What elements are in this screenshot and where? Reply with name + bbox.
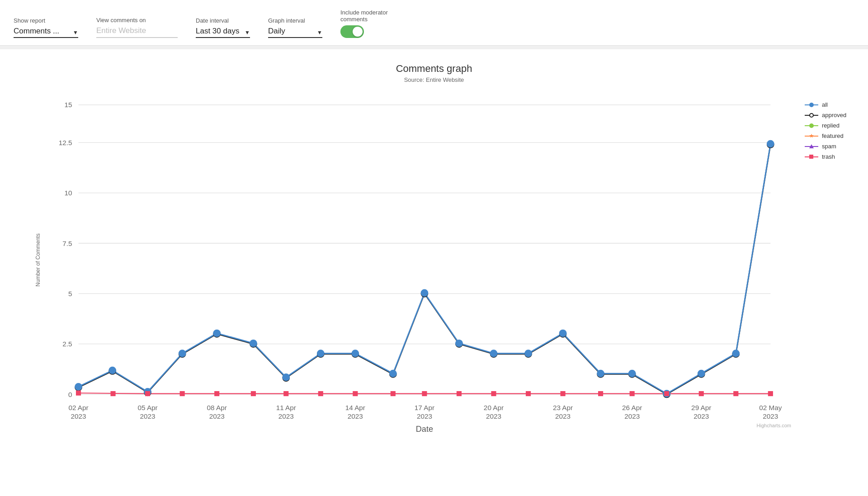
- view-comments-wrap: Entire Website: [96, 26, 178, 38]
- chart-subtitle: Source: Entire Website: [9, 76, 859, 83]
- legend-label-replied: replied: [822, 122, 840, 129]
- all-dot: [733, 350, 739, 357]
- x-label-08apr-year: 2023: [209, 412, 225, 420]
- all-dot: [525, 350, 532, 357]
- all-dot: [390, 370, 396, 377]
- show-report-select-wrap: Comments ... New Comments Spam ▼: [14, 27, 78, 38]
- x-label-23apr: 23 Apr: [553, 404, 573, 411]
- show-report-label: Show report: [14, 17, 78, 24]
- chart-area: Comments graph Source: Entire Website Nu…: [0, 49, 868, 442]
- graph-interval-label: Graph interval: [268, 17, 322, 24]
- y-axis-label: Number of Comments: [35, 234, 41, 287]
- trash-marker: [491, 391, 496, 396]
- all-dot: [598, 370, 604, 377]
- graph-interval-item: Graph interval Daily Weekly Monthly ▼: [268, 17, 322, 38]
- trash-marker: [76, 391, 81, 396]
- chart-title: Comments graph: [9, 63, 859, 75]
- y-tick-2.5: 2.5: [62, 340, 72, 348]
- x-label-11apr: 11 Apr: [276, 404, 296, 411]
- all-dot: [75, 383, 82, 390]
- legend-item-spam[interactable]: spam: [805, 143, 850, 150]
- y-tick-15: 15: [65, 101, 72, 109]
- legend-item-featured[interactable]: featured: [805, 132, 850, 139]
- x-label-29apr: 29 Apr: [691, 404, 711, 411]
- all-dot: [317, 350, 324, 357]
- toggle-track: [340, 25, 364, 38]
- trash-marker: [283, 391, 288, 396]
- show-report-item: Show report Comments ... New Comments Sp…: [14, 17, 78, 38]
- date-interval-select[interactable]: Last 7 days Last 30 days Last 90 days Cu…: [196, 27, 250, 38]
- all-dot: [629, 370, 635, 377]
- all-dot: [421, 290, 428, 296]
- x-label-26apr: 26 Apr: [622, 404, 642, 411]
- all-dot: [352, 350, 359, 357]
- all-dot: [767, 141, 774, 147]
- all-dot: [456, 340, 462, 346]
- x-label-20apr-year: 2023: [486, 412, 501, 420]
- legend-item-replied[interactable]: replied: [805, 122, 850, 129]
- x-label-14apr: 14 Apr: [345, 404, 365, 411]
- chart-svg: 0 2.5 5 7.5 10 12.5 15: [41, 92, 796, 420]
- x-label-02may: 02 May: [759, 404, 782, 411]
- chart-legend: all approved repli: [796, 92, 850, 160]
- trash-marker: [526, 391, 531, 396]
- moderator-toggle-section: Include moderator comments: [340, 9, 388, 38]
- trash-marker: [214, 391, 219, 396]
- graph-interval-select-wrap: Daily Weekly Monthly ▼: [268, 27, 322, 38]
- trash-marker: [391, 391, 396, 396]
- x-label-23apr-year: 2023: [555, 412, 571, 420]
- trash-marker: [457, 391, 462, 396]
- trash-marker: [422, 391, 427, 396]
- x-label-05apr: 05 Apr: [137, 404, 157, 411]
- y-tick-10: 10: [65, 189, 72, 197]
- all-dot: [560, 330, 566, 336]
- x-label-05apr-year: 2023: [140, 412, 156, 420]
- x-label-11apr-year: 2023: [278, 412, 294, 420]
- x-axis-title: Date: [416, 425, 433, 434]
- trash-marker: [110, 391, 115, 396]
- show-report-select[interactable]: Comments ... New Comments Spam: [14, 27, 78, 38]
- trash-marker: [353, 391, 358, 396]
- legend-label-approved: approved: [822, 112, 846, 118]
- y-tick-0: 0: [68, 391, 72, 398]
- date-interval-item: Date interval Last 7 days Last 30 days L…: [196, 17, 250, 38]
- view-comments-label: View comments on: [96, 17, 178, 24]
- x-label-14apr-year: 2023: [348, 412, 363, 420]
- legend-item-trash[interactable]: trash: [805, 153, 850, 160]
- toolbar: Show report Comments ... New Comments Sp…: [0, 0, 868, 46]
- all-dot: [250, 340, 256, 346]
- all-dot: [283, 374, 289, 380]
- trash-marker: [251, 391, 256, 396]
- highcharts-credit: Highcharts.com: [41, 423, 850, 428]
- date-interval-select-wrap: Last 7 days Last 30 days Last 90 days Cu…: [196, 27, 250, 38]
- y-tick-5: 5: [68, 290, 72, 298]
- moderator-label: Include moderator comments: [340, 9, 388, 23]
- trash-marker: [598, 391, 603, 396]
- x-label-17apr-year: 2023: [417, 412, 432, 420]
- all-dot: [214, 330, 220, 336]
- graph-interval-select[interactable]: Daily Weekly Monthly: [268, 27, 322, 38]
- x-label-02apr: 02 Apr: [68, 404, 88, 411]
- legend-item-all[interactable]: all: [805, 101, 850, 108]
- x-label-02may-year: 2023: [763, 412, 778, 420]
- x-label-20apr: 20 Apr: [484, 404, 504, 411]
- y-tick-12.5: 12.5: [59, 139, 72, 146]
- trash-marker: [630, 391, 635, 396]
- moderator-toggle[interactable]: [340, 25, 364, 38]
- view-comments-placeholder[interactable]: Entire Website: [96, 26, 178, 38]
- x-label-26apr-year: 2023: [624, 412, 640, 420]
- trash-marker: [561, 391, 566, 396]
- toggle-thumb: [353, 27, 363, 37]
- x-label-17apr: 17 Apr: [415, 404, 434, 411]
- x-label-29apr-year: 2023: [693, 412, 709, 420]
- trash-marker: [318, 391, 323, 396]
- all-dot: [109, 367, 116, 373]
- chart-inner: 0 2.5 5 7.5 10 12.5 15: [41, 92, 796, 421]
- legend-item-approved[interactable]: approved: [805, 112, 850, 118]
- divider: [0, 46, 868, 49]
- all-dot: [698, 370, 704, 377]
- trash-marker: [664, 391, 669, 396]
- legend-label-trash: trash: [822, 153, 835, 160]
- trash-marker: [733, 391, 738, 396]
- trash-marker: [699, 391, 704, 396]
